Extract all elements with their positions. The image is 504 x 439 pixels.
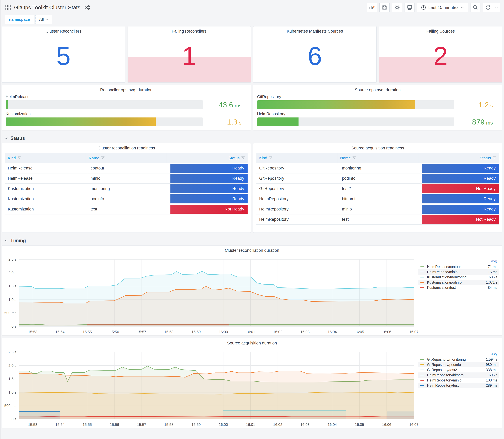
stat-value: 2: [379, 43, 502, 69]
cell-name: minio: [339, 204, 422, 214]
filter-icon[interactable]: [493, 156, 496, 160]
panel-cluster-reconcilers[interactable]: Cluster Reconcilers 5: [2, 26, 125, 83]
monitor-icon: [407, 5, 412, 10]
series-color-dash: [420, 380, 424, 380]
gauge-value: 879 ms: [472, 118, 493, 126]
variable-namespace-select[interactable]: All: [36, 15, 52, 24]
series-name: GitRepository/monitoring: [427, 357, 466, 362]
table-row: GitRepositorytest2Not Ready: [257, 184, 499, 194]
series-avg-value: 980 ms: [486, 363, 497, 367]
legend-item[interactable]: HelmRepository/bitnami1.695 s: [418, 372, 499, 378]
column-header-name[interactable]: Name: [337, 153, 418, 163]
column-header-kind[interactable]: Kind: [5, 153, 86, 163]
filter-icon[interactable]: [241, 156, 245, 160]
dashboard-toolbar: Last 15 minutes: [367, 3, 500, 12]
legend-item[interactable]: GitRepository/test2338 ms: [418, 367, 499, 372]
panel-cluster-reconciliation-readiness[interactable]: Cluster reconciliation readiness KindNam…: [2, 143, 251, 233]
column-header-kind[interactable]: Kind: [257, 153, 337, 163]
series-color-dash: [420, 277, 424, 278]
variables-row: namespace All: [0, 14, 504, 26]
status-badge: Ready: [422, 205, 499, 214]
time-series-plot[interactable]: 0 s500 ms1.0 s1.5 s2.0 s2.5 s15:5315:541…: [2, 338, 418, 428]
svg-text:15:58: 15:58: [164, 330, 173, 334]
panel-reconciler-ops-duration[interactable]: Reconciler ops avg. duration HelmRelease…: [2, 85, 251, 130]
column-header-status[interactable]: Status: [167, 153, 247, 163]
svg-text:15:56: 15:56: [110, 423, 119, 427]
section-status[interactable]: Status: [2, 133, 502, 143]
gauge-number: 43.6: [219, 100, 233, 109]
gauge-value: 43.6 ms: [219, 100, 241, 109]
svg-text:2.0 s: 2.0 s: [8, 271, 16, 275]
panel-kubernetes-manifests-sources[interactable]: Kubernetes Manifests Sources 6: [253, 26, 377, 83]
cell-kind: Kustomization: [5, 184, 88, 194]
panel-title: Kubernetes Manifests Sources: [253, 26, 376, 34]
series-name: HelmRelease/minio: [427, 270, 457, 274]
panel-failing-sources[interactable]: Failing Sources 2: [379, 26, 502, 83]
svg-text:2.5 s: 2.5 s: [8, 350, 16, 354]
cell-name: contour: [88, 163, 171, 173]
cycle-view-mode-button[interactable]: [405, 3, 415, 12]
cell-kind: HelmRelease: [5, 163, 88, 173]
series-avg-value: 1.071 s: [486, 280, 497, 284]
svg-text:16:05: 16:05: [355, 423, 364, 427]
status-badge: Ready: [171, 164, 247, 173]
legend-avg-header[interactable]: avg: [418, 259, 499, 264]
legend-item[interactable]: HelmRepository/test289 ms: [418, 383, 499, 388]
section-title: Timing: [10, 238, 26, 243]
add-panel-button[interactable]: [367, 3, 377, 12]
legend-item[interactable]: Kustomization/test84 ms: [418, 285, 499, 290]
legend-item[interactable]: GitRepository/monitoring1.594 s: [418, 357, 499, 362]
panel-title: Failing Sources: [379, 26, 502, 34]
panel-source-ops-duration[interactable]: Source ops avg. duration GitRepository 1…: [253, 85, 502, 130]
legend-item[interactable]: HelmRepository/minio108 ms: [418, 378, 499, 383]
legend-item[interactable]: HelmRelease/contour71 ms: [418, 264, 499, 269]
cell-kind: GitRepository: [257, 163, 339, 173]
filter-icon[interactable]: [353, 156, 356, 160]
panel-source-acquisition-duration[interactable]: Source acquisition duration 0 s500 ms1.0…: [2, 338, 502, 428]
refresh-button[interactable]: [483, 3, 493, 12]
svg-text:16:07: 16:07: [409, 423, 418, 427]
filter-icon[interactable]: [101, 156, 105, 160]
cell-kind: GitRepository: [257, 173, 339, 183]
legend-item[interactable]: Kustomization/monitoring1.605 s: [418, 275, 499, 280]
share-icon[interactable]: [84, 4, 90, 11]
sidebar-edge: [0, 0, 1, 439]
svg-text:15:54: 15:54: [55, 330, 65, 334]
cell-status: Ready: [422, 173, 499, 183]
chevron-down-icon: [5, 137, 8, 139]
column-header-status[interactable]: Status: [418, 153, 499, 163]
cell-status: Not Ready: [422, 214, 499, 224]
series-avg-value: 1.605 s: [486, 275, 497, 279]
time-range-picker[interactable]: Last 15 minutes: [417, 3, 468, 12]
cell-kind: Kustomization: [5, 204, 88, 214]
dashboard-settings-button[interactable]: [392, 3, 402, 12]
zoom-out-button[interactable]: [470, 3, 480, 12]
gauge-track: [257, 100, 455, 109]
legend-item[interactable]: Kustomization/podinfo1.071 s: [418, 280, 499, 285]
panel-failing-reconcilers[interactable]: Failing Reconcilers 1: [128, 26, 251, 83]
time-series-plot[interactable]: 0 s500 ms1.0 s1.5 s2.0 s2.5 s15:5315:541…: [2, 246, 418, 335]
time-range-label: Last 15 minutes: [428, 5, 459, 10]
filter-icon[interactable]: [18, 156, 21, 160]
legend-avg-header[interactable]: avg: [418, 352, 499, 357]
cell-name: monitoring: [339, 163, 422, 173]
panel-cluster-reconciliation-duration[interactable]: Cluster reconciliation duration 0 s500 m…: [2, 245, 502, 335]
legend-item[interactable]: GitRepository/podinfo980 ms: [418, 362, 499, 367]
cell-status: Ready: [422, 194, 499, 204]
table-header-row: KindNameStatus: [257, 153, 499, 163]
section-timing[interactable]: Timing: [2, 235, 502, 245]
svg-text:16:04: 16:04: [328, 330, 337, 334]
table-row: HelmRepositoryminioReady: [257, 204, 499, 214]
svg-text:16:05: 16:05: [355, 330, 364, 334]
refresh-interval-dropdown[interactable]: [493, 3, 500, 12]
column-header-name[interactable]: Name: [86, 153, 167, 163]
panel-source-acquisition-readiness[interactable]: Source acquisition readiness KindNameSta…: [253, 143, 502, 233]
legend-item[interactable]: HelmRelease/minio16 ms: [418, 269, 499, 275]
svg-text:15:55: 15:55: [83, 423, 92, 427]
save-dashboard-button[interactable]: [380, 3, 390, 12]
filter-icon[interactable]: [269, 156, 272, 160]
zoom-out-icon: [473, 5, 478, 10]
svg-text:15:57: 15:57: [137, 423, 146, 427]
series-color-dash: [420, 287, 424, 288]
series-avg-value: 16 ms: [488, 270, 497, 274]
